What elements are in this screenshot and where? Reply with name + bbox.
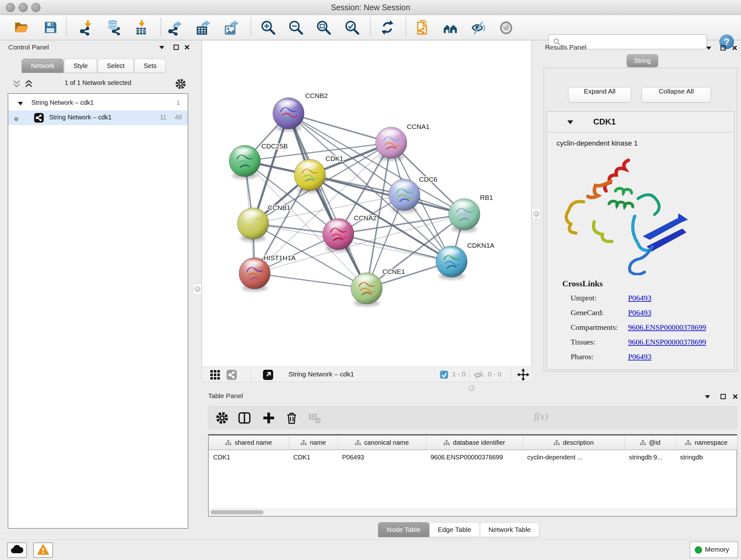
import-network-file-button[interactable]: [78, 19, 94, 36]
tab-select[interactable]: Select: [98, 59, 134, 73]
node-label: CDKN1A: [467, 242, 494, 249]
network-node-CDK1[interactable]: [294, 159, 326, 193]
tab-node-table[interactable]: Node Table: [378, 522, 429, 537]
network-node-HIST1H1A[interactable]: [239, 258, 270, 291]
panel-menu-icon[interactable]: [704, 393, 711, 401]
table-cell[interactable]: CDK1: [289, 450, 338, 464]
horizontal-scrollbar[interactable]: [209, 509, 737, 516]
network-canvas[interactable]: CCNB2CCNA1CDC25BCDK1CDC6RB1CCNB1CCNA2CDK…: [202, 41, 532, 367]
collection-disclosure-icon[interactable]: [17, 100, 23, 108]
column-header-shared-name[interactable]: shared name: [209, 435, 289, 450]
memory-label: Memory: [705, 546, 729, 553]
crosslink-link[interactable]: P06493: [628, 308, 651, 317]
first-neighbors-button[interactable]: [442, 19, 458, 36]
export-table-button[interactable]: [195, 19, 211, 36]
scrollbar-thumb[interactable]: [211, 510, 264, 514]
import-network-database-button[interactable]: [105, 19, 121, 36]
network-node-CCNB1[interactable]: [238, 208, 269, 241]
network-node-CCNE1[interactable]: [351, 273, 382, 306]
hidden-eye-icon[interactable]: [473, 369, 484, 381]
network-overview-icon[interactable]: [226, 369, 237, 381]
export-network-button[interactable]: [167, 19, 184, 36]
table-cell[interactable]: stringdb: [676, 450, 737, 464]
column-header-namespace[interactable]: namespace: [676, 435, 737, 450]
save-floppy-icon: [43, 19, 58, 36]
apply-layout-button[interactable]: [380, 19, 395, 36]
network-row-selected[interactable]: String Network – cdk1 11 48: [8, 111, 188, 125]
column-header-canonical-name[interactable]: canonical name: [338, 435, 426, 450]
memory-button[interactable]: Memory: [690, 542, 738, 558]
tab-edge-table[interactable]: Edge Table: [429, 522, 480, 537]
close-panel-icon[interactable]: [732, 393, 738, 401]
network-node-CCNA1[interactable]: [376, 127, 407, 161]
open-in-window-icon[interactable]: [263, 369, 273, 381]
panel-menu-icon[interactable]: [158, 44, 165, 52]
table-cell[interactable]: cyclin-dependent ...: [523, 450, 624, 464]
selected-checkbox-icon[interactable]: [440, 370, 448, 380]
table-cell[interactable]: 9606.ENSP00000378699: [426, 450, 523, 464]
hide-selected-button[interactable]: [470, 19, 486, 36]
network-edge[interactable]: [288, 113, 367, 288]
new-network-from-selection-button[interactable]: [414, 19, 430, 36]
zoom-selected-button[interactable]: [344, 19, 360, 36]
panel-menu-icon[interactable]: [705, 45, 712, 52]
selected-count: 1 - 0: [452, 370, 466, 378]
left-splitter-handle[interactable]: [193, 284, 202, 294]
zoom-out-button[interactable]: [288, 19, 304, 36]
collapse-all-button[interactable]: Collapse All: [642, 87, 711, 103]
import-table-file-button[interactable]: [134, 19, 150, 36]
delete-column-icon[interactable]: [285, 411, 298, 426]
network-label: String Network – cdk1: [49, 114, 112, 121]
add-column-icon[interactable]: [262, 411, 275, 426]
network-node-CDC6[interactable]: [389, 179, 420, 212]
column-header--id[interactable]: @id: [624, 435, 676, 450]
crosslink-row: Uniprot:P06493: [547, 291, 734, 306]
expand-all-button[interactable]: Expand All: [568, 87, 631, 103]
tab-string[interactable]: String: [627, 54, 658, 67]
float-panel-icon[interactable]: [720, 393, 726, 401]
tab-sets[interactable]: Sets: [134, 59, 165, 73]
save-session-button[interactable]: [43, 19, 58, 36]
network-node-CDKN1A[interactable]: [436, 246, 467, 279]
show-columns-icon[interactable]: [238, 411, 251, 426]
tab-network[interactable]: Network: [22, 59, 64, 73]
collection-count: 1: [177, 99, 180, 106]
table-cell[interactable]: P06493: [338, 450, 426, 464]
node-details-header[interactable]: CDK1: [547, 112, 734, 132]
node-table[interactable]: shared namenamecanonical namedatabase id…: [209, 435, 738, 464]
table-settings-gear-icon[interactable]: [215, 411, 229, 426]
crosslink-link[interactable]: P06493: [628, 294, 651, 302]
tab-network-table[interactable]: Network Table: [480, 522, 540, 537]
warnings-button[interactable]: [33, 543, 53, 558]
gear-icon[interactable]: [175, 78, 186, 91]
section-disclosure-icon[interactable]: [567, 119, 574, 126]
zoom-fit-button[interactable]: [316, 19, 332, 36]
network-node-CDC25B[interactable]: [229, 145, 260, 179]
table-row[interactable]: CDK1CDK1P064939606.ENSP00000378699cyclin…: [209, 450, 737, 464]
close-panel-icon[interactable]: [731, 45, 738, 52]
show-all-button[interactable]: [498, 19, 514, 36]
network-collection-row[interactable]: String Network – cdk1 1: [8, 96, 188, 111]
horizontal-splitter-handle[interactable]: [468, 385, 475, 391]
network-edge[interactable]: [255, 273, 367, 288]
crosslink-link[interactable]: 9606.ENSP00000378699: [628, 338, 706, 347]
crosslink-link[interactable]: 9606.ENSP00000378699: [628, 323, 706, 332]
crosshair-icon[interactable]: [516, 368, 530, 383]
network-node-RB1[interactable]: [449, 199, 480, 232]
column-header-description[interactable]: description: [523, 435, 624, 450]
table-cell[interactable]: CDK1: [209, 450, 289, 464]
grid-view-icon[interactable]: [210, 369, 220, 381]
open-session-button[interactable]: [13, 19, 29, 36]
cloud-button[interactable]: [7, 543, 27, 558]
zoom-in-button[interactable]: [260, 19, 276, 36]
export-image-button[interactable]: [224, 19, 240, 36]
tab-style[interactable]: Style: [64, 59, 97, 73]
column-header-database-identifier[interactable]: database identifier: [426, 435, 523, 450]
crosslink-link[interactable]: P06493: [628, 353, 651, 361]
float-panel-icon[interactable]: [720, 45, 726, 52]
float-panel-icon[interactable]: [173, 44, 179, 52]
close-panel-icon[interactable]: [184, 44, 190, 52]
column-header-name[interactable]: name: [289, 435, 338, 450]
toolbar-separator: [511, 368, 511, 381]
table-cell[interactable]: stringdb:9...: [624, 450, 676, 464]
